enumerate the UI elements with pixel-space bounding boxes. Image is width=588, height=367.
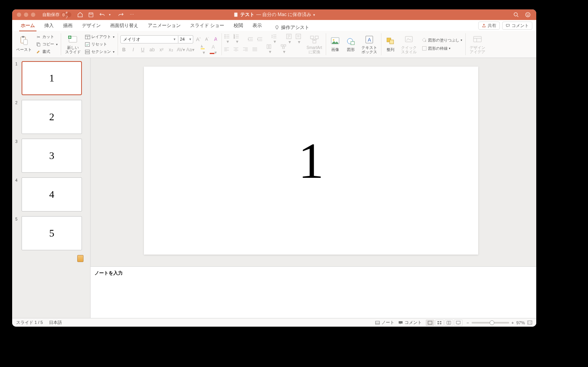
slide-canvas[interactable]: 1	[144, 67, 478, 255]
subscript-button[interactable]: x₂	[167, 47, 174, 52]
shape-fill-button[interactable]: 図形の塗りつぶし▾	[421, 37, 463, 43]
more-icon[interactable]: ⋯	[129, 12, 135, 18]
align-left-button[interactable]	[224, 47, 231, 51]
superscript-button[interactable]: x²	[158, 47, 165, 52]
section-button[interactable]: セクション▾	[84, 49, 115, 55]
share-button[interactable]: 共有	[478, 22, 500, 30]
normal-view-button[interactable]	[426, 320, 434, 326]
numbering-button[interactable]: 123▾	[234, 34, 241, 44]
cut-button[interactable]: ✂カット	[35, 34, 58, 40]
tab-review[interactable]: 校閲	[229, 20, 248, 31]
justify-button[interactable]	[252, 47, 260, 51]
tab-animations[interactable]: アニメーション	[143, 20, 185, 31]
convert-smartart-button[interactable]: ▾	[281, 44, 288, 54]
slide-sorter-view-button[interactable]	[435, 320, 444, 326]
traffic-lights	[12, 13, 35, 17]
format-painter-button[interactable]: 書式	[35, 49, 58, 55]
layout-button[interactable]: レイアウト▾	[84, 34, 115, 40]
tab-slideshow[interactable]: スライド ショー	[185, 20, 229, 31]
decrease-font-button[interactable]: Aˇ	[203, 37, 211, 42]
notes-toggle[interactable]: ノート	[375, 320, 394, 325]
copy-button[interactable]: コピー▾	[35, 41, 58, 48]
increase-indent-button[interactable]	[257, 37, 264, 42]
highlight-button[interactable]: AV▾	[177, 47, 184, 52]
reading-view-button[interactable]	[445, 320, 453, 326]
columns-button[interactable]: ▾	[267, 44, 274, 54]
font-size-combo[interactable]: 24	[178, 35, 193, 43]
tab-insert[interactable]: 挿入	[40, 20, 58, 31]
bold-button[interactable]: B	[120, 47, 127, 52]
notes-placeholder: ノートを入力	[94, 270, 123, 276]
line-spacing-button[interactable]: ▾	[271, 34, 278, 44]
paste-button[interactable]: ペースト	[15, 35, 33, 53]
shapes-button[interactable]: 図形	[344, 35, 358, 53]
align-text-button[interactable]: ▾	[296, 34, 303, 45]
shape-outline-button[interactable]: 図形の枠線▾	[421, 45, 463, 52]
notes-pane[interactable]: ノートを入力	[91, 266, 536, 318]
svg-point-2	[514, 13, 517, 16]
textbox-button[interactable]: A テキスト ボックス	[360, 34, 379, 55]
home-icon[interactable]	[77, 12, 83, 18]
reset-button[interactable]: リセット	[84, 41, 115, 48]
decrease-indent-button[interactable]	[248, 37, 255, 42]
font-color-button[interactable]: A▾	[210, 44, 217, 55]
zoom-slider[interactable]	[472, 322, 509, 324]
new-slide-button[interactable]: 新しい スライド	[64, 34, 82, 55]
comments-toggle[interactable]: コメント	[398, 320, 422, 325]
svg-point-36	[333, 39, 334, 41]
increase-font-button[interactable]: A^	[195, 36, 202, 42]
slide-thumb-1[interactable]: 1	[22, 61, 82, 95]
underline-button[interactable]: U	[139, 47, 146, 52]
tab-view[interactable]: 表示	[248, 20, 267, 31]
tab-home[interactable]: ホーム	[16, 20, 40, 31]
fit-to-window-button[interactable]	[527, 320, 532, 325]
comments-button[interactable]: コメント	[502, 22, 532, 30]
align-right-button[interactable]	[243, 47, 250, 51]
slide-counter[interactable]: スライド 1 / 5	[16, 320, 43, 325]
italic-button[interactable]: I	[130, 47, 137, 52]
tab-transitions[interactable]: 画面切り替え	[105, 20, 143, 31]
tab-design[interactable]: デザイン	[77, 20, 105, 31]
clear-formatting-button[interactable]: A̷	[212, 36, 219, 42]
zoom-out-button[interactable]: −	[466, 320, 469, 325]
design-ideas-button[interactable]: デザイン アイデア	[468, 34, 487, 55]
autosave-toggle[interactable]: 自動保存 オフ	[42, 12, 71, 18]
bullets-button[interactable]: ▾	[224, 34, 231, 44]
svg-rect-45	[474, 36, 481, 42]
quick-styles-button[interactable]: クイック スタイル	[399, 34, 418, 55]
text-direction-button[interactable]: ▾	[286, 34, 293, 45]
slideshow-view-button[interactable]	[454, 320, 463, 326]
language-indicator[interactable]: 日本語	[49, 320, 62, 325]
change-case-button[interactable]: Aa▾	[186, 47, 193, 52]
zoom-in-button[interactable]: +	[512, 320, 514, 325]
slide-thumb-2[interactable]: 2	[22, 100, 82, 134]
undo-dropdown-icon[interactable]: ▾	[107, 12, 113, 18]
quick-styles-label: クイック スタイル	[401, 45, 417, 54]
font-name-combo[interactable]: メイリオ	[120, 35, 178, 43]
zoom-window-button[interactable]	[31, 13, 35, 17]
close-window-button[interactable]	[17, 13, 21, 17]
slide-thumbnail-panel[interactable]: 11 22 33 44 55	[12, 58, 91, 318]
redo-icon[interactable]	[118, 12, 124, 18]
emoji-icon[interactable]	[524, 12, 531, 18]
slide-thumb-3[interactable]: 3	[22, 139, 82, 173]
zoom-percentage[interactable]: 97%	[516, 320, 525, 325]
search-icon[interactable]	[513, 12, 519, 18]
minimize-window-button[interactable]	[24, 13, 28, 17]
slide-thumb-5[interactable]: 5	[22, 216, 82, 250]
strikethrough-button[interactable]: ab	[149, 47, 156, 52]
picture-button[interactable]: 画像	[328, 35, 342, 53]
smartart-convert-button[interactable]: SmartArt に変換	[305, 34, 323, 55]
paste-options-indicator[interactable]	[77, 255, 83, 262]
tab-draw[interactable]: 描画	[58, 20, 77, 31]
slide-thumb-4[interactable]: 4	[22, 177, 82, 212]
section-label: セクション	[91, 49, 111, 54]
slide-canvas-area[interactable]: 1 CommandButton	[91, 58, 536, 266]
arrange-button[interactable]: 整列	[384, 35, 397, 53]
save-icon[interactable]	[88, 12, 94, 18]
tell-me-button[interactable]: 操作アシスト	[274, 24, 309, 31]
undo-icon[interactable]	[99, 12, 105, 18]
comment-icon	[506, 24, 510, 28]
align-center-button[interactable]	[234, 47, 241, 51]
font-highlight-button[interactable]: ▾	[200, 44, 207, 55]
